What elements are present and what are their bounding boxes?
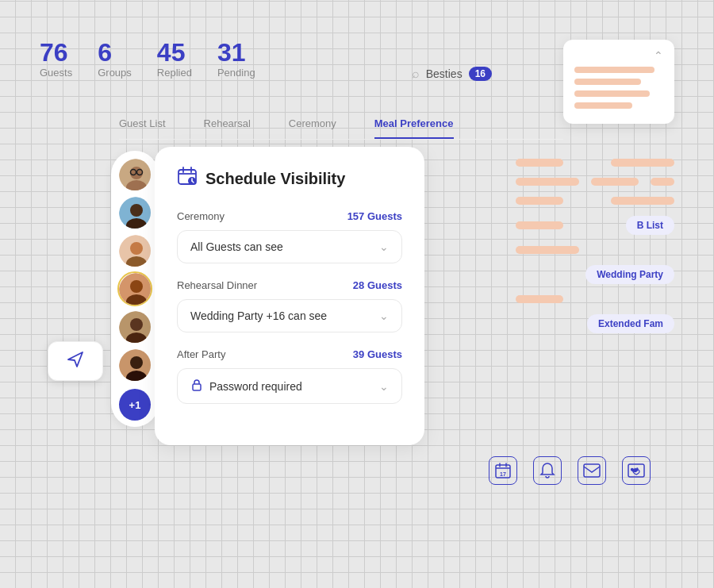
right-panel: B List Wedding Party Extended Fam [516, 159, 674, 344]
avatar-4 [117, 271, 152, 306]
stat-groups-label: Groups [98, 67, 132, 79]
schedule-visibility-card: Schedule Visibility Ceremony 157 Guests … [155, 147, 424, 445]
stat-groups-number: 6 [98, 40, 112, 65]
right-row-5 [516, 246, 674, 254]
extended-fam-row: Extended Fam [516, 314, 674, 333]
avatar-6 [117, 348, 152, 382]
after-party-guest-count: 39 Guests [353, 348, 402, 360]
avatar-3 [117, 233, 152, 268]
b-list-tag: B List [626, 216, 674, 235]
stat-replied-label: Replied [157, 67, 192, 79]
svg-rect-28 [193, 384, 201, 390]
svg-point-10 [130, 242, 143, 255]
ceremony-guest-count: 157 Guests [347, 210, 402, 222]
stat-guests-label: Guests [40, 67, 72, 79]
tab-meal-preference[interactable]: Meal Preference [374, 117, 454, 139]
stat-pending-number: 31 [217, 40, 246, 65]
right-row-7 [516, 295, 674, 303]
extended-fam-tag: Extended Fam [587, 314, 674, 333]
dropdown-line-4 [574, 102, 632, 109]
rehearsal-dropdown-text: Wedding Party +16 can see [190, 309, 327, 322]
svg-rect-34 [584, 464, 600, 477]
lock-icon [190, 379, 203, 394]
after-party-label: After Party [177, 348, 225, 360]
after-party-dropdown[interactable]: Password required ⌄ [177, 368, 402, 404]
search-badge: 16 [469, 67, 492, 81]
dropdown-line-2 [574, 79, 641, 85]
mail-icon[interactable] [578, 456, 606, 485]
svg-text:17: 17 [500, 471, 506, 477]
dropdown-line-1 [574, 67, 654, 73]
dropdown-card: ⌃ [563, 40, 674, 124]
bottom-icons-bar: 17 [489, 456, 651, 485]
right-pill-1b [611, 159, 674, 167]
svg-point-16 [130, 318, 143, 331]
tab-ceremony[interactable]: Ceremony [289, 117, 336, 139]
tab-rehearsal[interactable]: Rehearsal [204, 117, 251, 139]
bell-icon[interactable] [533, 456, 562, 485]
svg-point-19 [130, 356, 143, 369]
right-row-3 [516, 197, 674, 205]
stat-groups: 6 Groups [98, 40, 132, 79]
right-pill-3b [611, 197, 674, 205]
ceremony-dropdown[interactable]: All Guests can see ⌄ [177, 230, 402, 263]
right-pill-2b [591, 178, 639, 186]
search-icon[interactable]: ⌕ [412, 67, 420, 81]
send-button[interactable] [48, 341, 103, 381]
rehearsal-section: Rehearsal Dinner 28 Guests Wedding Party… [177, 279, 402, 332]
stat-pending-label: Pending [217, 67, 255, 79]
schedule-icon [177, 166, 198, 191]
wedding-party-tag: Wedding Party [585, 265, 674, 284]
stat-pending: 31 Pending [217, 40, 255, 79]
rehearsal-dropdown[interactable]: Wedding Party +16 can see ⌄ [177, 299, 402, 332]
right-pill-2a [516, 178, 579, 186]
ceremony-header: Ceremony 157 Guests [177, 210, 402, 222]
right-pill-1a [516, 159, 563, 167]
rehearsal-chevron-icon: ⌄ [379, 309, 389, 322]
wedding-party-row: Wedding Party [516, 265, 674, 284]
ceremony-section: Ceremony 157 Guests All Guests can see ⌄ [177, 210, 402, 263]
search-label: Besties [426, 67, 463, 80]
stat-guests-number: 76 [40, 40, 68, 65]
search-area: ⌕ Besties 16 [412, 67, 492, 81]
svg-point-13 [130, 280, 143, 293]
avatar-5 [117, 309, 152, 344]
rehearsal-header: Rehearsal Dinner 28 Guests [177, 279, 402, 291]
ceremony-dropdown-text: All Guests can see [190, 240, 283, 253]
avatar-plus[interactable]: +1 [119, 389, 151, 421]
rehearsal-label: Rehearsal Dinner [177, 279, 257, 291]
avatar-column: +1 [111, 151, 159, 427]
after-party-dropdown-text: Password required [190, 379, 302, 394]
after-party-chevron-icon: ⌄ [379, 380, 389, 393]
send-icon [67, 351, 84, 372]
ceremony-chevron-icon: ⌄ [379, 240, 389, 253]
stat-guests: 76 Guests [40, 40, 72, 79]
after-party-section: After Party 39 Guests Password required … [177, 348, 402, 404]
card-header: Schedule Visibility [177, 166, 402, 191]
tabs: Guest List Rehearsal Ceremony Meal Prefe… [119, 117, 563, 140]
right-pill-4a [516, 221, 563, 229]
heart-mail-icon[interactable] [622, 456, 651, 485]
b-list-row: B List [516, 216, 674, 235]
chevron-up-icon[interactable]: ⌃ [574, 49, 663, 62]
avatar-2 [117, 195, 152, 230]
right-pill-7a [516, 295, 563, 303]
avatar-1 [117, 157, 152, 192]
tab-guest-list[interactable]: Guest List [119, 117, 166, 139]
dropdown-line-3 [574, 90, 650, 97]
card-title: Schedule Visibility [205, 170, 345, 188]
calendar-icon[interactable]: 17 [489, 456, 517, 485]
right-pill-2c [651, 178, 674, 186]
svg-point-7 [130, 204, 143, 217]
rehearsal-guest-count: 28 Guests [353, 279, 402, 291]
right-pill-3a [516, 197, 563, 205]
stat-replied: 45 Replied [157, 40, 192, 79]
right-row-2 [516, 178, 674, 186]
after-party-header: After Party 39 Guests [177, 348, 402, 360]
right-row-1 [516, 159, 674, 167]
ceremony-label: Ceremony [177, 210, 225, 222]
stats-bar: 76 Guests 6 Groups 45 Replied 31 Pending [40, 40, 255, 79]
right-pill-5a [516, 246, 579, 254]
stat-replied-number: 45 [157, 40, 186, 65]
